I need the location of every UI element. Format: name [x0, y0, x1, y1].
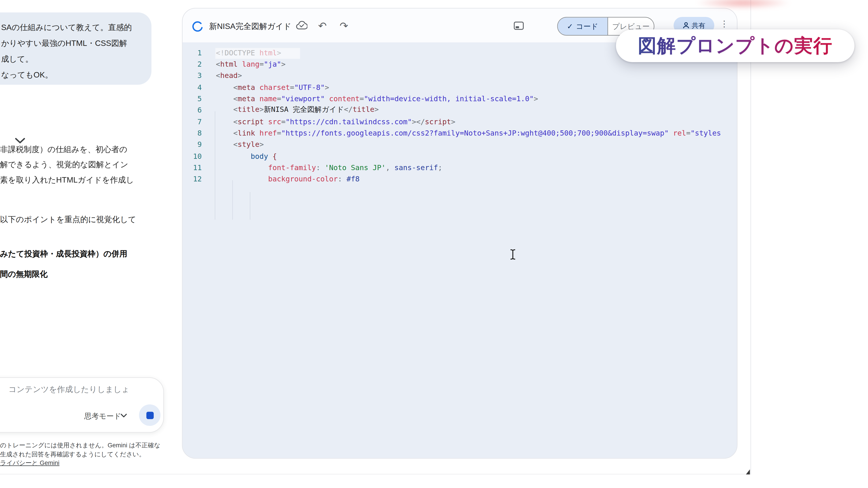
line-number: 2	[183, 60, 202, 68]
code-text: font-family: 'Noto Sans JP', sans-serif;	[216, 163, 442, 172]
code-text: <style>	[216, 140, 264, 149]
app-root: SAの仕組みについて教えて。直感的 かりやすい最強のHTML・CSS図解 成して…	[0, 0, 868, 488]
prompt-line: 解できるよう、視覚的な図解とイン	[0, 157, 134, 172]
line-number: 3	[183, 71, 202, 80]
line-number: 10	[183, 152, 202, 160]
chat-input-placeholder: コンテンツを作成したりしましょ	[8, 385, 130, 395]
user-prompt-bubble: SAの仕組みについて教えて。直感的 かりやすい最強のHTML・CSS図解 成して…	[0, 12, 151, 85]
line-number: 9	[183, 140, 202, 149]
overlay-caption-text: 図解プロンプトの実行	[638, 33, 833, 59]
redo-icon[interactable]: ↷	[340, 21, 348, 31]
bubble-line: 成して。	[1, 51, 146, 67]
line-number: 11	[183, 163, 202, 172]
code-text: <title>新NISA 完全図解ガイド</title>	[216, 105, 379, 115]
active-line-highlight	[215, 48, 300, 59]
code-editor[interactable]: 1<!DOCTYPE html>2<html lang="ja">3<head>…	[183, 42, 737, 458]
code-text: <link href="https://fonts.googleapis.com…	[216, 129, 721, 137]
cloud-saved-icon[interactable]	[296, 21, 307, 30]
share-label: 共有	[692, 21, 705, 30]
code-text: background-color: #f8	[216, 175, 360, 184]
indent-guide	[215, 111, 215, 220]
code-line: 9 <style>	[183, 139, 737, 150]
prompt-paragraph: 非課税制度）の仕組みを、初心者の 解できるよう、視覚的な図解とイン 素を取り入れ…	[0, 142, 134, 188]
text-cursor-pointer	[510, 249, 516, 260]
canvas-panel: 1<!DOCTYPE html>2<html lang="ja">3<head>…	[182, 8, 738, 459]
code-text: body {	[216, 152, 277, 160]
code-text: <html lang="ja">	[216, 60, 285, 68]
window-right-border	[750, 0, 751, 475]
code-line: 7 <script src="https://cdn.tailwindcss.c…	[183, 116, 737, 127]
code-text: <head>	[216, 71, 242, 80]
undo-icon[interactable]: ↶	[318, 21, 327, 31]
line-number: 12	[183, 175, 202, 184]
line-number: 4	[183, 83, 202, 92]
prompt-bold-point: みたて投資枠・成長投資枠）の併用	[0, 249, 127, 259]
open-in-window-icon[interactable]	[514, 22, 524, 30]
overlay-caption-badge: 図解プロンプトの実行	[616, 29, 855, 62]
bubble-line: なってもOK。	[1, 67, 146, 83]
code-line: 5 <meta name="viewport" content="width=d…	[183, 93, 737, 104]
code-line: 10 body {	[183, 150, 737, 162]
recording-smudge	[695, 0, 791, 9]
code-line: 4 <meta charset="UTF-8">	[183, 81, 737, 93]
line-number: 5	[183, 94, 202, 103]
person-icon	[683, 22, 689, 29]
code-line: 8 <link href="https://fonts.googleapis.c…	[183, 127, 737, 139]
tab-code-label: コード	[576, 21, 598, 31]
stop-icon	[146, 412, 153, 419]
stop-generating-button[interactable]	[139, 404, 160, 426]
line-number: 1	[183, 48, 202, 57]
line-number: 6	[183, 106, 202, 114]
check-icon: ✓	[567, 22, 573, 31]
line-number: 7	[183, 117, 202, 126]
code-line: 6 <title>新NISA 完全図解ガイド</title>	[183, 104, 737, 116]
chat-input-card[interactable]: コンテンツを作成したりしましょ 思考モード	[0, 377, 164, 433]
code-line: 3<head>	[183, 70, 737, 81]
chevron-down-icon[interactable]	[121, 414, 127, 418]
code-line: 12 background-color: #f8	[183, 173, 737, 185]
window-bottom-border	[0, 474, 751, 475]
bubble-line: かりやすい最強のHTML・CSS図解	[1, 35, 146, 51]
prompt-bold-point: 間の無期限化	[0, 269, 48, 280]
line-number: 8	[183, 129, 202, 137]
code-text: <meta name="viewport" content="width=dev…	[216, 94, 538, 103]
code-text: <meta charset="UTF-8">	[216, 83, 329, 92]
tab-code[interactable]: ✓ コード	[558, 18, 608, 35]
indent-guide	[232, 180, 233, 220]
loading-spinner-icon	[192, 21, 203, 32]
indent-guide	[250, 192, 250, 220]
thinking-mode-selector[interactable]: 思考モード	[84, 411, 121, 421]
disclaimer-line: 生成された回答を再確認するようにしてください。	[0, 450, 145, 459]
prompt-line: 素を取り入れたHTMLガイドを作成し	[0, 172, 134, 188]
more-menu-icon[interactable]: ⋮	[720, 19, 728, 29]
prompt-focus-line: 以下のポイントを重点的に視覚化して	[0, 215, 136, 225]
disclaimer-line: のトレーニングには使用されません。Gemini は不正確な	[0, 441, 160, 450]
code-text: <script src="https://cdn.tailwindcss.com…	[216, 117, 456, 126]
privacy-gemini-link[interactable]: ライバシーと Gemini	[0, 459, 59, 467]
canvas-title[interactable]: 新NISA完全図解ガイド	[209, 22, 291, 32]
prompt-line: 非課税制度）の仕組みを、初心者の	[0, 142, 134, 157]
code-line: 11 font-family: 'Noto Sans JP', sans-ser…	[183, 162, 737, 173]
bubble-line: SAの仕組みについて教えて。直感的	[1, 19, 146, 35]
window-corner-notch	[746, 469, 750, 475]
